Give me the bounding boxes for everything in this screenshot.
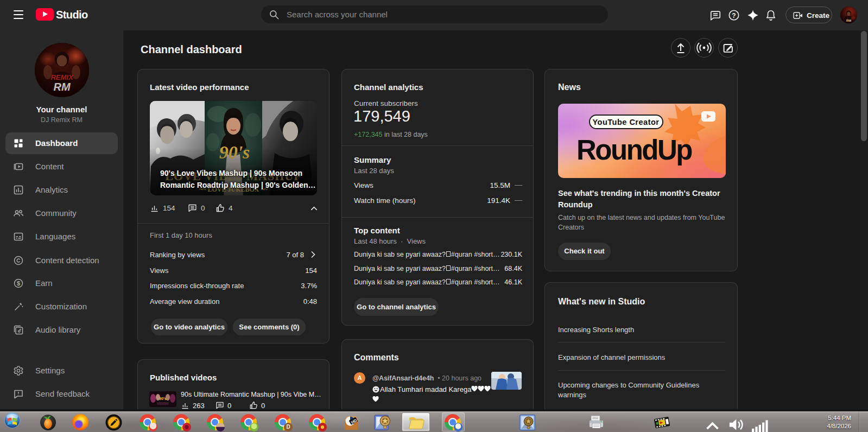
svg-text:90's: 90's [159, 397, 166, 401]
svg-text:RM: RM [846, 19, 851, 22]
svg-text:YouTube Creator: YouTube Creator [593, 118, 660, 126]
svg-text:?: ? [732, 12, 736, 20]
svg-text:$: $ [17, 280, 20, 287]
svg-text:REMIX: REMIX [50, 73, 74, 81]
svg-text:RoundUp: RoundUp [576, 135, 692, 166]
svg-text:RM: RM [53, 81, 71, 93]
